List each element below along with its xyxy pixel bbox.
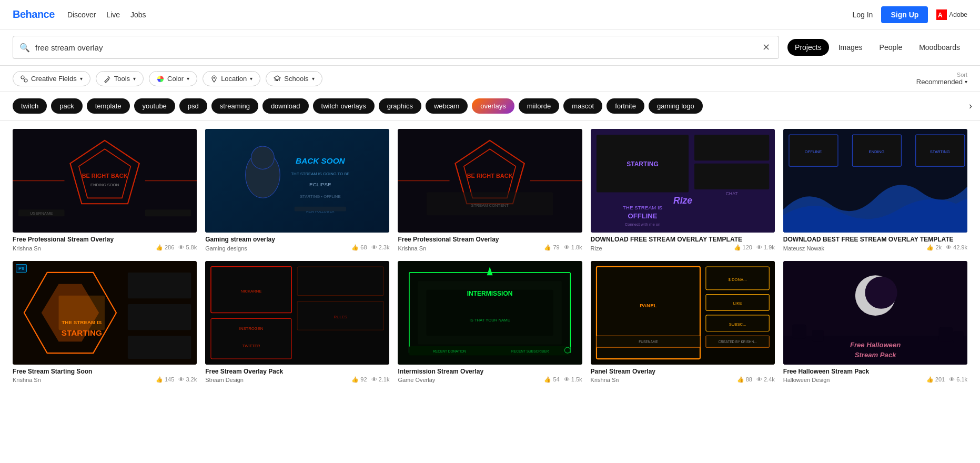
tag-download[interactable]: download (262, 98, 309, 114)
svg-text:STARTING • OFFLINE: STARTING • OFFLINE (300, 194, 340, 199)
logo[interactable]: Behance (13, 8, 55, 21)
svg-text:IS THAT YOUR NAME: IS THAT YOUR NAME (470, 317, 510, 322)
svg-rect-60 (128, 336, 191, 359)
schools-chevron: ▾ (312, 76, 315, 82)
tag-fortnite[interactable]: fortnite (607, 98, 644, 114)
tag-overlays[interactable]: overlays (472, 98, 514, 114)
project-item-3[interactable]: BE RIGHT BACK STREAM CONTENT Free Profes… (398, 129, 582, 253)
tag-webcam[interactable]: webcam (426, 98, 468, 114)
project-item-2[interactable]: BACK SOON THE STREAM IS GOING TO BE ECLI… (205, 129, 389, 253)
header: Behance Discover Live Jobs Log In Sign U… (0, 0, 980, 29)
svg-text:ECLIPSE: ECLIPSE (309, 182, 331, 187)
location-filter[interactable]: Location ▾ (203, 71, 260, 86)
tag-youtube[interactable]: youtube (134, 98, 175, 114)
ps-badge: Ps (16, 264, 27, 273)
sort-section[interactable]: Sort Recommended ▾ (916, 72, 967, 86)
tag-miilorde[interactable]: miilorde (519, 98, 560, 114)
tab-people[interactable]: People (872, 39, 910, 56)
svg-rect-26 (295, 207, 346, 212)
tab-moodboards[interactable]: Moodboards (912, 39, 967, 56)
svg-text:PANEL: PANEL (640, 302, 657, 308)
svg-text:STARTING: STARTING (930, 149, 949, 154)
schools-icon (274, 75, 281, 83)
project-item-5[interactable]: OFFLINE ENDING STARTING DOWNLOAD BEST FR… (783, 129, 967, 253)
svg-text:CREATED BY KRISHN...: CREATED BY KRISHN... (718, 340, 756, 344)
signup-button[interactable]: Sign Up (881, 6, 928, 23)
sort-label: Sort (957, 72, 967, 78)
project-author-8: Game Overlay (398, 377, 435, 383)
tag-streaming[interactable]: streaming (211, 98, 258, 114)
project-title-10: Free Halloween Stream Pack (783, 368, 967, 376)
location-icon (210, 75, 218, 83)
nav-jobs[interactable]: Jobs (130, 11, 146, 19)
project-item-9[interactable]: $ DONA... LIKE SUBSC... FUSENAME CREATED… (591, 261, 775, 385)
svg-point-3 (24, 79, 27, 82)
tag-mascot[interactable]: mascot (563, 98, 602, 114)
svg-text:$ DONA...: $ DONA... (728, 277, 746, 282)
svg-text:STARTING: STARTING (627, 160, 659, 168)
project-author-5: Mateusz Nowak (783, 245, 824, 251)
svg-text:INSTROGEN: INSTROGEN (239, 326, 264, 331)
creative-fields-icon (21, 75, 28, 83)
svg-text:OFFLINE: OFFLINE (628, 212, 657, 220)
search-input[interactable] (35, 43, 760, 52)
svg-text:LIKE: LIKE (733, 301, 742, 306)
tags-bar: twitch pack template youtube psd streami… (0, 92, 980, 120)
svg-text:STARTING: STARTING (62, 328, 102, 337)
views-1: 👁 5.8k (178, 244, 197, 251)
svg-rect-16 (145, 209, 191, 216)
svg-text:Free Halloween: Free Halloween (850, 341, 901, 349)
project-item-7[interactable]: NICKARNE INSTROGEN TWITTER RULES Free St… (205, 261, 389, 385)
tag-template[interactable]: template (87, 98, 130, 114)
project-item-8[interactable]: INTERMISSION IS THAT YOUR NAME RECENT DO… (398, 261, 582, 385)
tag-twitch-overlays[interactable]: twitch overlays (313, 98, 375, 114)
svg-text:SUBSC...: SUBSC... (729, 321, 746, 326)
svg-text:OFFLINE: OFFLINE (805, 149, 822, 154)
sort-chevron: ▾ (965, 79, 967, 85)
tab-projects[interactable]: Projects (787, 39, 829, 56)
project-author-4: Rize (591, 245, 602, 251)
svg-text:ENDING: ENDING (868, 149, 884, 154)
svg-rect-100 (938, 327, 953, 341)
adobe-branding: A Adobe (936, 9, 967, 20)
svg-text:RULES: RULES (334, 315, 348, 319)
sort-value: Recommended (916, 78, 963, 86)
project-title-9: Panel Stream Overlay (591, 368, 775, 376)
project-item-1[interactable]: BE RIGHT BACK ENDING SOON USERNAME Free … (13, 129, 197, 253)
nav-live[interactable]: Live (106, 11, 120, 19)
schools-filter[interactable]: Schools ▾ (266, 71, 322, 86)
project-item-10[interactable]: Free Halloween Stream Pack Free Hallowee… (783, 261, 967, 385)
svg-rect-63 (211, 318, 291, 359)
login-button[interactable]: Log In (852, 11, 873, 19)
tools-chevron: ▾ (133, 76, 136, 82)
svg-rect-18 (205, 129, 389, 233)
nav-discover[interactable]: Discover (67, 11, 96, 19)
svg-rect-101 (953, 331, 964, 343)
color-filter[interactable]: Color ▾ (149, 71, 197, 86)
tag-twitch[interactable]: twitch (13, 98, 47, 114)
tag-pack[interactable]: pack (51, 98, 82, 114)
project-author-6: Krishna Sn (13, 377, 41, 383)
search-icon: 🔍 (19, 43, 30, 53)
tags-next-button[interactable]: › (961, 92, 980, 120)
svg-point-2 (21, 76, 24, 79)
svg-text:BE RIGHT BACK: BE RIGHT BACK (82, 173, 128, 179)
tag-psd[interactable]: psd (179, 98, 207, 114)
tag-graphics[interactable]: graphics (379, 98, 421, 114)
svg-line-4 (108, 76, 110, 78)
tab-images[interactable]: Images (831, 39, 870, 56)
tools-filter[interactable]: Tools ▾ (96, 71, 144, 86)
creative-fields-filter[interactable]: Creative Fields ▾ (13, 71, 90, 86)
tag-gaming-logo[interactable]: gaming logo (649, 98, 703, 114)
project-author-2: Gaming designs (205, 245, 247, 251)
svg-text:THE STREAM IS: THE STREAM IS (622, 205, 662, 210)
svg-text:TWITTER: TWITTER (243, 344, 260, 348)
svg-rect-64 (297, 267, 383, 296)
search-bar[interactable]: 🔍 ✕ (13, 36, 779, 59)
project-title-2: Gaming stream overlay (205, 236, 389, 244)
clear-search-button[interactable]: ✕ (760, 42, 772, 53)
project-item-6[interactable]: Ps THE STREAM IS STARTING Free Stream St… (13, 261, 197, 385)
projects-grid: BE RIGHT BACK ENDING SOON USERNAME Free … (0, 120, 980, 392)
filters-bar: Creative Fields ▾ Tools ▾ Color ▾ Locati… (0, 66, 980, 92)
project-item-4[interactable]: STARTING Rize THE STREAM IS OFFLINE Conn… (591, 129, 775, 253)
